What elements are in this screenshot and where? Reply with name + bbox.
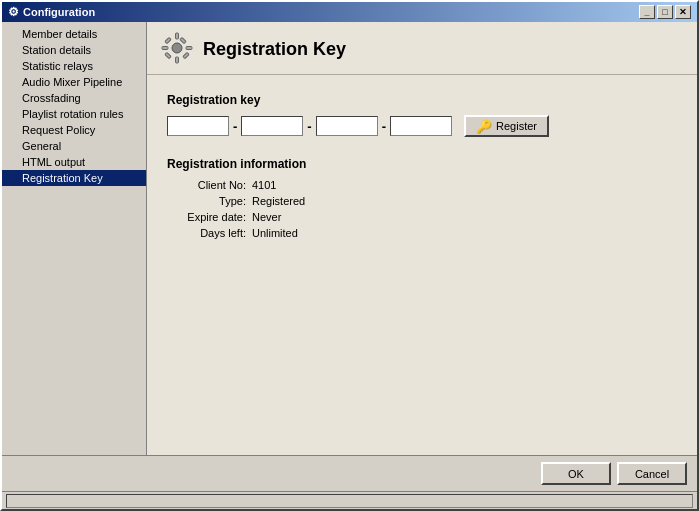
close-button[interactable]: ✕ — [675, 5, 691, 19]
reg-key-input-1[interactable] — [167, 116, 229, 136]
svg-rect-6 — [183, 52, 189, 58]
info-row-type: Type: Registered — [167, 195, 677, 207]
title-bar-buttons: _ □ ✕ — [639, 5, 691, 19]
page-header: Registration Key — [147, 22, 697, 75]
sidebar-item-station-details[interactable]: Station details — [2, 42, 146, 58]
status-bar — [2, 491, 697, 509]
svg-point-0 — [172, 43, 182, 53]
maximize-button[interactable]: □ — [657, 5, 673, 19]
svg-rect-8 — [165, 52, 171, 58]
reg-key-row: - - - 🔑 Register — [167, 115, 677, 137]
sidebar-item-statistic-relays[interactable]: Statistic relays — [2, 58, 146, 74]
configuration-window: ⚙ Configuration _ □ ✕ Member details Sta… — [0, 0, 699, 511]
expire-date-label: Expire date: — [167, 211, 252, 223]
svg-rect-2 — [176, 57, 179, 63]
window-icon: ⚙ — [8, 5, 19, 19]
svg-rect-4 — [186, 47, 192, 50]
register-button[interactable]: 🔑 Register — [464, 115, 549, 137]
sidebar: Member details Station details Statistic… — [2, 22, 147, 455]
registration-info-section: Registration information Client No: 4101… — [167, 157, 677, 239]
client-no-value: 4101 — [252, 179, 276, 191]
reg-key-input-2[interactable] — [241, 116, 303, 136]
title-bar: ⚙ Configuration _ □ ✕ — [2, 2, 697, 22]
register-btn-label: Register — [496, 120, 537, 132]
page-content-area: Registration key - - - 🔑 Register — [147, 75, 697, 261]
separator-1: - — [233, 119, 237, 134]
window-title: Configuration — [23, 6, 95, 18]
title-bar-left: ⚙ Configuration — [8, 5, 95, 19]
svg-rect-7 — [180, 37, 186, 43]
sidebar-item-member-details[interactable]: Member details — [2, 26, 146, 42]
page-header-icon — [161, 32, 193, 66]
footer: OK Cancel — [2, 455, 697, 491]
minimize-button[interactable]: _ — [639, 5, 655, 19]
registration-key-section: Registration key - - - 🔑 Register — [167, 93, 677, 137]
reg-key-input-3[interactable] — [316, 116, 378, 136]
separator-2: - — [307, 119, 311, 134]
main-area: Member details Station details Statistic… — [2, 22, 697, 455]
sidebar-item-registration-key[interactable]: Registration Key — [2, 170, 146, 186]
svg-rect-1 — [176, 33, 179, 39]
key-icon: 🔑 — [476, 119, 492, 134]
sidebar-item-crossfading[interactable]: Crossfading — [2, 90, 146, 106]
reg-key-input-4[interactable] — [390, 116, 452, 136]
type-value: Registered — [252, 195, 305, 207]
info-row-days-left: Days left: Unlimited — [167, 227, 677, 239]
reg-info-title: Registration information — [167, 157, 677, 171]
page-title: Registration Key — [203, 39, 346, 60]
svg-rect-5 — [165, 37, 171, 43]
client-no-label: Client No: — [167, 179, 252, 191]
expire-date-value: Never — [252, 211, 281, 223]
window-body: Member details Station details Statistic… — [2, 22, 697, 509]
sidebar-item-request-policy[interactable]: Request Policy — [2, 122, 146, 138]
sidebar-item-playlist-rotation-rules[interactable]: Playlist rotation rules — [2, 106, 146, 122]
sidebar-item-general[interactable]: General — [2, 138, 146, 154]
info-row-expire-date: Expire date: Never — [167, 211, 677, 223]
separator-3: - — [382, 119, 386, 134]
reg-key-section-title: Registration key — [167, 93, 677, 107]
sidebar-item-audio-mixer-pipeline[interactable]: Audio Mixer Pipeline — [2, 74, 146, 90]
sidebar-item-html-output[interactable]: HTML output — [2, 154, 146, 170]
ok-button[interactable]: OK — [541, 462, 611, 485]
svg-rect-3 — [162, 47, 168, 50]
info-row-client-no: Client No: 4101 — [167, 179, 677, 191]
days-left-value: Unlimited — [252, 227, 298, 239]
info-table: Client No: 4101 Type: Registered Expire … — [167, 179, 677, 239]
cancel-button[interactable]: Cancel — [617, 462, 687, 485]
type-label: Type: — [167, 195, 252, 207]
content-area: Registration Key Registration key - - — [147, 22, 697, 455]
days-left-label: Days left: — [167, 227, 252, 239]
status-panel — [6, 494, 693, 508]
